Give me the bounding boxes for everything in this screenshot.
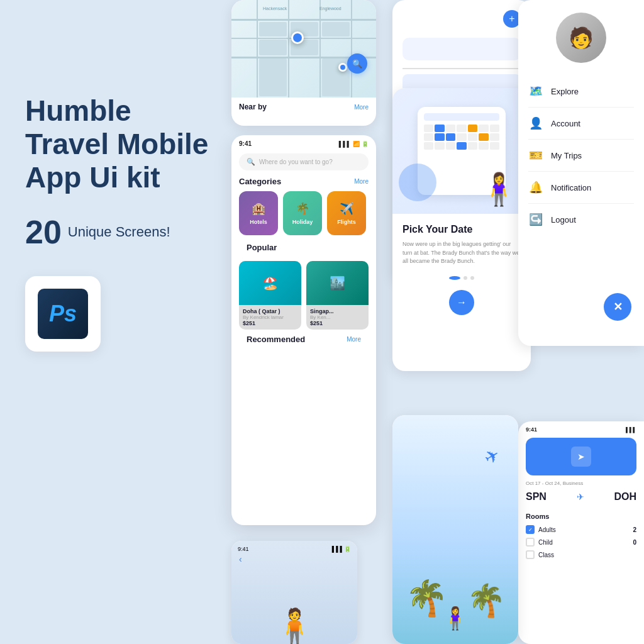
menu-item-mytrips[interactable]: 🎫 My Trips (528, 140, 634, 172)
ps-logo: Ps (38, 289, 88, 339)
cal-cell-highlight2 (479, 133, 488, 141)
rooms-title: Rooms (526, 513, 636, 520)
search-bar[interactable]: 🔍 Where do you want to go? (239, 153, 369, 170)
bottom-phone-screen: 9:41 ▌▌▌🔋 🧍 ‹ (231, 541, 357, 644)
beach-person: 🧍‍♀️ (441, 606, 469, 631)
flight-booking-screen: 9:41 ▌▌▌ ➤ Oct 17 - Oct 24, Business SPN… (518, 421, 644, 644)
child-row: Child 0 (526, 538, 636, 547)
map-more-link[interactable]: More (354, 104, 369, 111)
palm-right: 🌴 (467, 582, 506, 619)
adults-count: 2 (633, 526, 636, 533)
profile-menu-screen: 🧑 🗺️ Explore 👤 Account 🎫 My Trips 🔔 Noti… (518, 0, 644, 346)
screens-label: Unique Screens! (68, 224, 170, 240)
date-illustration: 🧍‍♀️ (392, 88, 531, 214)
categories-title: Categories (239, 177, 281, 186)
adults-check: ✓ Adults (526, 525, 556, 534)
category-holiday[interactable]: 🌴 Holiday (283, 191, 322, 235)
doha-price: $251 (243, 320, 297, 326)
avatar-img: 🧑 (556, 13, 606, 63)
cal-cell (468, 133, 477, 141)
status-icons-group: ▌▌▌ 📶 🔋 (339, 141, 369, 147)
recommended-title: Recommended (247, 335, 305, 344)
left-promo-section: Humble Travel Mobile App Ui kit 20 Uniqu… (25, 94, 214, 352)
menu-item-account[interactable]: 👤 Account (528, 108, 634, 140)
user-avatar: 🧑 (556, 13, 606, 63)
map-block3 (322, 22, 350, 36)
doha-image: 🏖️ (239, 261, 301, 305)
map-search-button[interactable]: 🔍 (347, 53, 367, 74)
map-road-h1 (231, 19, 376, 21)
beach-background: ✈ 🌴 🌴 🧍‍♀️ (392, 415, 518, 644)
booking-header: + (392, 0, 531, 38)
flight-route: SPN ✈ DOH (518, 489, 644, 508)
mytrips-label: My Trips (551, 151, 582, 160)
categories-more-link[interactable]: More (354, 178, 369, 185)
map-background: Hackensack Englewood 🔍 (231, 0, 376, 97)
cal-grid (424, 125, 499, 150)
hotels-label: Hotels (250, 219, 267, 225)
popular-title: Popular (247, 243, 277, 252)
screens-count-row: 20 Unique Screens! (25, 213, 214, 251)
singapore-name: Singap... (310, 308, 365, 314)
class-row: Class (526, 550, 636, 559)
popular-card-doha[interactable]: 🏖️ Doha ( Qatar ) By Kendrick lamar $251 (239, 261, 301, 330)
cal-cell (468, 142, 477, 150)
airplane-decoration: ✈ (480, 444, 503, 469)
cal-cell (435, 142, 444, 150)
cal-cell-highlight (457, 142, 466, 150)
back-arrow[interactable]: ‹ (239, 553, 242, 565)
child-label: Child (538, 539, 553, 546)
flight-direction-icon: ✈ (577, 492, 584, 502)
cal-cell (490, 125, 499, 132)
date-range-text: Oct 17 - Oct 24, Business (526, 480, 583, 486)
search-placeholder: Where do you want to go? (259, 158, 333, 165)
category-flights[interactable]: ✈️ Flights (327, 191, 366, 235)
accent-circle (399, 164, 436, 201)
adults-checkbox[interactable]: ✓ (526, 525, 535, 534)
cal-header (424, 113, 499, 121)
airline-logo: ➤ (571, 447, 591, 467)
menu-item-notification[interactable]: 🔔 Notification (528, 172, 634, 204)
title-line2: Travel Mobile (25, 128, 208, 160)
popular-card-singapore[interactable]: 🏙️ Singap... By Ken... $251 (306, 261, 369, 330)
doha-author: By Kendrick lamar (243, 314, 297, 320)
map-road-v3 (319, 0, 321, 97)
singapore-author: By Ken... (310, 314, 365, 320)
battery-icon: 🔋 (362, 141, 369, 147)
child-checkbox[interactable] (526, 538, 535, 547)
booking-input-field[interactable] (402, 38, 521, 60)
notification-label: Notification (551, 183, 591, 192)
next-button[interactable]: → (449, 290, 474, 315)
hotels-icon: 🏨 (252, 202, 265, 216)
recommended-section: Recommended More (231, 330, 376, 349)
avatar-container: 🧑 (518, 0, 644, 63)
rooms-section: Rooms ✓ Adults 2 Child 0 Class (518, 508, 644, 568)
adults-row: ✓ Adults 2 (526, 525, 636, 534)
beach-illustration-screen: ✈ 🌴 🌴 🧍‍♀️ (392, 415, 518, 644)
booking-divider (402, 68, 521, 69)
holiday-icon: 🌴 (296, 202, 309, 216)
recommended-header: Recommended More (239, 335, 369, 349)
cal-cell-highlight (446, 133, 455, 141)
class-checkbox[interactable] (526, 550, 535, 559)
flight-status-bar: 9:41 ▌▌▌ (518, 421, 644, 433)
map-road-v2 (288, 0, 289, 97)
account-icon: 👤 (528, 116, 543, 130)
map-screen: Hackensack Englewood 🔍 Near by More (231, 0, 376, 126)
close-menu-button[interactable]: ✕ (604, 293, 631, 321)
flight-signal-icons: ▌▌▌ (626, 427, 636, 433)
category-hotels[interactable]: 🏨 Hotels (239, 191, 278, 235)
logout-icon: ↪️ (528, 213, 543, 226)
account-label: Account (551, 119, 580, 128)
recommended-more-link[interactable]: More (347, 336, 361, 343)
signal-icon: ▌▌▌ (339, 141, 351, 147)
explore-label: Explore (551, 87, 579, 96)
map-block4 (259, 40, 287, 55)
cal-cell-highlight (435, 133, 444, 141)
menu-item-explore[interactable]: 🗺️ Explore (528, 75, 634, 108)
cal-cell-highlight2 (468, 125, 477, 132)
person-illustration: 🧍 (273, 609, 316, 644)
flights-label: Flights (337, 219, 356, 225)
menu-item-logout[interactable]: ↪️ Logout (528, 204, 634, 235)
cal-cell (424, 142, 433, 150)
